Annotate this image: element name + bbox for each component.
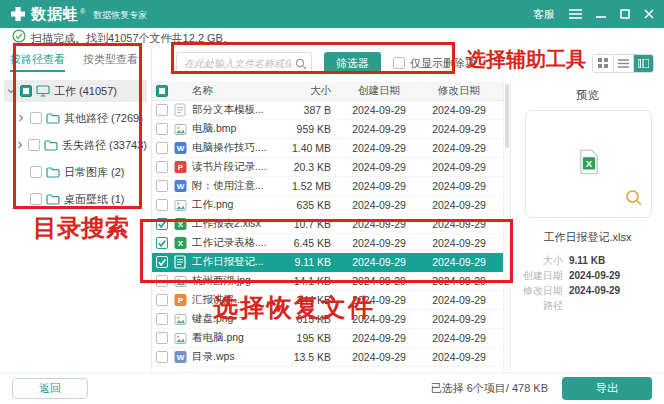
folder-icon [46,194,60,205]
file-created: 2024-09-29 [339,142,419,154]
deleted-only-checkbox[interactable] [393,57,405,69]
titlebar: 数据蛙 ® 数据恢复专家 客服 [0,0,664,28]
tree-item[interactable]: 其他路径 (7269) [14,107,147,129]
tree-item[interactable]: 丢失路径 (33743) [14,134,147,156]
grid-view-icon[interactable] [593,55,613,72]
file-type-icon: P [174,293,192,307]
chevron-expanded-icon[interactable] [6,87,16,95]
row-checkbox[interactable] [156,142,168,154]
tree-checkbox[interactable] [28,139,40,151]
file-size: 959 KB [281,123,339,135]
file-type-icon [174,103,192,117]
tree-item[interactable]: 工作 (41057) [4,80,147,102]
back-button[interactable]: 返回 [12,378,88,399]
export-button[interactable]: 导出 [562,377,652,400]
row-checkbox[interactable] [156,218,168,230]
table-row[interactable]: X工作记录表格....6.45 KB2024-09-292024-09-29 [152,234,503,253]
search-input[interactable] [176,52,312,74]
file-type-icon [174,332,192,345]
file-created: 2024-09-29 [339,237,419,249]
row-checkbox[interactable] [156,161,168,173]
app-window: 数据蛙 ® 数据恢复专家 客服 扫描完成。找到41057个文件共12.2 GB。 [0,0,664,404]
preview-fields: 大小9.11 KB创建日期2024-09-29修改日期2024-09-29路径 [511,253,664,313]
file-type-icon: W [174,141,192,155]
brand-tagline: 数据恢复专家 [93,9,147,22]
table-row[interactable]: 工作.png635 KB2024-09-292024-09-29 [152,196,503,215]
table-row[interactable]: 杭州西湖.jpg14.1 KB2024-09-292024-09-29 [152,272,503,291]
row-checkbox[interactable] [156,123,168,135]
row-checkbox[interactable] [156,351,168,363]
file-name: 附：使用注意... [192,179,281,193]
row-checkbox[interactable] [156,104,168,116]
minimize-icon[interactable] [596,9,606,19]
preview-panel: 预览 X 工作日报登记.xlsx 大小9.11 KB创建日期2024-09-29… [511,82,664,372]
tree-checkbox[interactable] [20,85,32,97]
column-size[interactable]: 大小 [281,84,339,98]
file-name: 部分文本模板... [192,103,281,117]
detail-view-icon[interactable] [633,55,653,72]
file-name: 看电脑.png [192,331,281,345]
row-checkbox[interactable] [156,275,168,287]
file-name: 杭州西湖.jpg [192,274,281,288]
row-checkbox[interactable] [156,237,168,249]
tree-item[interactable]: 桌面壁纸 (1) [14,188,147,210]
table-row[interactable]: W目录.wps13.5 KB2024-09-292024-09-29 [152,348,503,367]
deleted-only-option[interactable]: 仅显示删除项 [393,56,476,71]
column-created[interactable]: 创建日期 [339,84,419,98]
tree-checkbox[interactable] [30,112,42,124]
svg-text:W: W [177,353,185,362]
support-link[interactable]: 客服 [533,7,555,22]
chevron-collapsed-icon[interactable] [16,114,26,122]
row-checkbox[interactable] [156,256,168,268]
column-modified[interactable]: 修改日期 [419,84,499,98]
table-row[interactable]: 看电脑.png195 KB2024-09-292024-09-29 [152,329,503,348]
tree-item[interactable]: 日常图库 (2) [14,161,147,183]
chevron-collapsed-icon[interactable] [16,141,24,149]
table-row[interactable]: X工作报表2.xlsx10.7 KB2024-09-292024-09-29 [152,215,503,234]
row-checkbox[interactable] [156,199,168,211]
table-row[interactable]: P读书片段记录....20.3 KB2024-09-292024-09-29 [152,158,503,177]
file-created: 2024-09-29 [339,275,419,287]
table-row[interactable]: 工作日报登记...9.11 KB2024-09-292024-09-29 [152,253,503,272]
scrollbar[interactable] [503,82,511,372]
tree-checkbox[interactable] [30,193,42,205]
row-checkbox[interactable] [156,332,168,344]
close-icon[interactable] [644,9,654,19]
file-modified: 2024-09-29 [419,104,499,116]
tab-by-path[interactable]: 按路径查看 [10,52,65,72]
file-size: 615 KB [281,313,339,325]
sidebar: 按路径查看按类型查看 工作 (41057)其他路径 (7269)丢失路径 (33… [0,48,152,372]
file-type-icon [174,275,192,288]
column-name[interactable]: 名称 [192,84,281,98]
view-toggle-group [592,54,654,73]
tab-by-type[interactable]: 按类型查看 [83,52,138,72]
file-type-icon: P [174,160,192,174]
row-checkbox[interactable] [156,180,168,192]
file-size: 635 KB [281,199,339,211]
row-checkbox[interactable] [156,294,168,306]
scrollbar-thumb[interactable] [505,84,509,148]
file-modified: 2024-09-29 [419,275,499,287]
menu-icon[interactable] [569,9,582,19]
row-checkbox[interactable] [156,313,168,325]
tree-checkbox[interactable] [30,166,42,178]
table-row[interactable]: P汇报讲解...244 KB2024-09-292024-09-29 [152,291,503,310]
select-all-checkbox[interactable] [156,85,168,97]
filter-button[interactable]: 筛选器 [324,52,381,74]
file-modified: 2024-09-29 [419,142,499,154]
table-row[interactable]: W附：使用注意...1.52 MB2024-09-292024-09-29 [152,177,503,196]
table-row[interactable]: W电脑操作技巧....1.40 MB2024-09-292024-09-29 [152,139,503,158]
preview-zoom-icon[interactable] [625,189,643,211]
file-modified: 2024-09-29 [419,237,499,249]
list-view-icon[interactable] [613,55,633,72]
table-row[interactable]: 键盘.png615 KB2024-09-292024-09-29 [152,310,503,329]
preview-field-label: 路径 [511,299,569,313]
svg-text:P: P [178,296,184,305]
scan-status-text: 扫描完成。找到41057个文件共12.2 GB。 [31,31,234,46]
content-area: 筛选器 仅显示删除项 [152,48,664,372]
table-row[interactable]: 电脑.bmp959 KB2024-09-292024-09-29 [152,120,503,139]
file-name: 电脑操作技巧.... [192,141,281,155]
table-row[interactable]: 部分文本模板...387 B2024-09-292024-09-29 [152,101,503,120]
maximize-icon[interactable] [620,9,630,19]
preview-field: 路径 [511,298,664,313]
